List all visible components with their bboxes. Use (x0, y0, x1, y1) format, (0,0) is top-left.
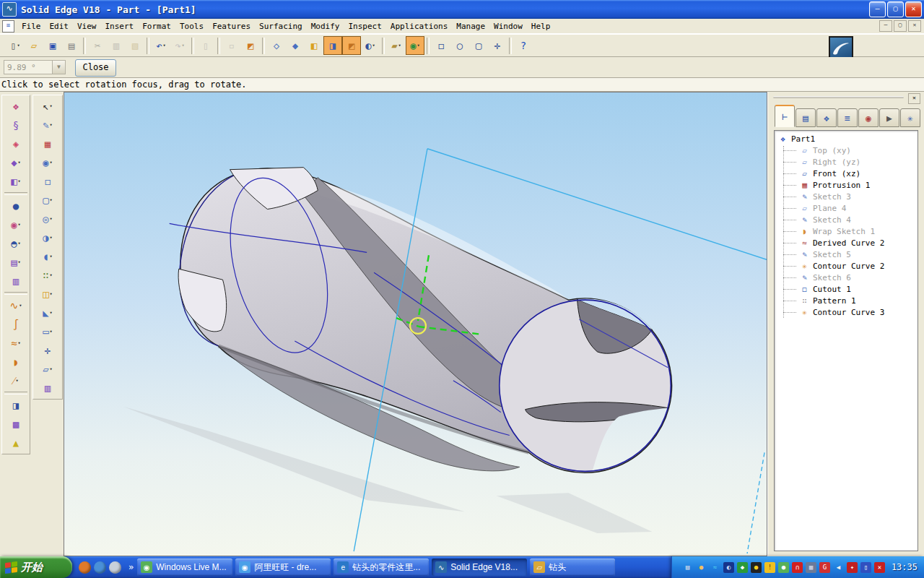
quick-launch-media-player-icon[interactable] (79, 561, 91, 574)
task-ie-drill-parts[interactable]: e钻头的零件这里... (334, 558, 429, 576)
rotation-angle-combo[interactable]: 9.89 ° ▼ (4, 60, 66, 74)
bluesurf-tool[interactable]: ❖ (2, 97, 30, 116)
menu-surfacing[interactable]: Surfacing (255, 20, 307, 33)
ribbon-close-button[interactable]: Close (75, 59, 116, 77)
draft-tool[interactable]: ◣▾ (33, 303, 62, 322)
menu-edit[interactable]: Edit (45, 20, 74, 33)
wrapped-curve-tool[interactable]: ◗ (2, 353, 30, 371)
undo-button[interactable]: ↶▾ (152, 36, 170, 55)
tree-item-contour-curve-2[interactable]: ✳Contour Curve 2 (777, 260, 918, 272)
redo-button[interactable]: ↷▾ (170, 36, 189, 55)
tab-feature-pathfinder[interactable]: ⊢ (775, 105, 795, 127)
hidden-edges-button[interactable]: ◩ (342, 36, 361, 55)
dropdown-arrow-icon[interactable]: ▾ (50, 310, 53, 316)
tree-item-sketch-4[interactable]: ✎Sketch 4 (777, 214, 918, 225)
shaded-view-button[interactable]: ◧ (305, 36, 323, 55)
zoom-area-button[interactable]: ◻ (432, 36, 450, 55)
shaded-with-edges-button[interactable]: ◨ (323, 36, 342, 55)
tab-library[interactable]: ▤ (796, 108, 816, 127)
rotate-button[interactable]: ◉▾ (406, 36, 424, 55)
task-windows-live[interactable]: ◉Windows Live M... (137, 558, 232, 576)
tree-item-top-xy[interactable]: ▱Top (xy) (777, 144, 918, 156)
minimize-button[interactable]: — (869, 1, 886, 17)
menu-help[interactable]: Help (527, 20, 555, 33)
pan-button[interactable]: ✛ (488, 36, 507, 55)
construction-display-tool[interactable]: ▥ (33, 379, 62, 397)
intersection-tool[interactable]: ◉▾ (2, 215, 30, 234)
dropdown-arrow-icon[interactable]: ▾ (417, 43, 420, 48)
pattern-tool[interactable]: ∷▾ (33, 266, 62, 285)
swept-cutout-tool[interactable]: ◑▾ (33, 228, 62, 247)
dropdown-arrow-icon[interactable]: ▾ (16, 378, 19, 384)
tray-online-contact-icon[interactable]: ● (778, 562, 789, 573)
dropdown-arrow-icon[interactable]: ▾ (50, 254, 53, 259)
dropdown-arrow-icon[interactable]: ▾ (50, 291, 53, 297)
tree-item-wrap-sketch-1[interactable]: ◗Wrap Sketch 1 (777, 225, 918, 237)
curve-on-surface-tool[interactable]: ∫ (2, 315, 30, 334)
print-button[interactable]: ▤ (62, 36, 81, 55)
revolved-protrusion-tool[interactable]: ◉▾ (33, 153, 62, 172)
tray-printer-icon[interactable]: ▤ (682, 562, 693, 573)
tree-item-protrusion-1[interactable]: ▦Protrusion 1 (777, 179, 918, 191)
dropdown-arrow-icon[interactable]: ▾ (17, 43, 20, 48)
point-tool[interactable]: ● (2, 197, 30, 215)
boolean-surface-tool[interactable]: ▲ (2, 434, 30, 452)
edgebar-drag-handle[interactable] (773, 96, 904, 98)
tree-item-sketch-3[interactable]: ✎Sketch 3 (777, 191, 918, 202)
thin-wall-tool[interactable]: ▭▾ (33, 322, 62, 341)
dropdown-arrow-icon[interactable]: ▾ (18, 340, 21, 346)
quick-launch-messenger-icon[interactable] (94, 561, 106, 574)
swept-surface-tool[interactable]: ◆▾ (2, 153, 30, 172)
dropdown-arrow-icon[interactable]: ▾ (18, 259, 21, 265)
activate-part-button[interactable]: ◩ (241, 36, 260, 55)
extruded-surface-tool[interactable]: ◧▾ (2, 172, 30, 191)
menu-manage[interactable]: Manage (452, 20, 489, 33)
tray-volume-icon[interactable]: ◀ (833, 562, 844, 573)
help-button[interactable]: ? (514, 36, 533, 55)
bounded-surface-tool[interactable]: ◈ (2, 134, 30, 153)
dropdown-arrow-icon[interactable]: ▾ (50, 160, 53, 165)
copy-button[interactable]: ▥ (107, 36, 126, 55)
round-tool[interactable]: ◖▾ (33, 247, 62, 266)
task-solid-edge[interactable]: ∿Solid Edge V18... (432, 558, 527, 576)
tray-avira-icon[interactable]: ∩ (792, 562, 803, 573)
dropdown-arrow-icon[interactable]: ▾ (163, 43, 166, 48)
start-button[interactable]: 开始 (0, 556, 72, 578)
dropdown-arrow-icon[interactable]: ▾ (50, 366, 53, 372)
sketch-tool[interactable]: ✎▾ (33, 116, 62, 134)
tab-feature-playback[interactable]: ▶ (879, 108, 899, 127)
dropdown-arrow-icon[interactable]: ▾ (18, 241, 21, 246)
tray-thunder-icon[interactable]: ✦ (847, 562, 858, 573)
tray-360-shield-icon[interactable]: ◆ (737, 562, 748, 573)
stitched-surface-tool[interactable]: ▩ (2, 415, 30, 434)
split-surface-tool[interactable]: ◨ (2, 396, 30, 415)
dropdown-arrow-icon[interactable]: ▾ (18, 178, 21, 184)
select-visible-button[interactable]: ▫ (222, 36, 241, 55)
task-aliwangwang[interactable]: ◉阿里旺旺 - dre... (235, 558, 331, 576)
dropdown-arrow-icon[interactable]: ▾ (398, 43, 401, 48)
child-close-button[interactable]: ✕ (908, 20, 921, 32)
curve-tool[interactable]: § (2, 116, 30, 134)
tree-item-sketch-6[interactable]: ✎Sketch 6 (777, 272, 918, 283)
menu-insert[interactable]: Insert (101, 20, 139, 33)
mirror-copy-tool[interactable]: ◫▾ (33, 285, 62, 303)
paste-button[interactable]: ▧ (126, 36, 144, 55)
tray-sogou-icon[interactable]: G (819, 562, 830, 573)
reference-plane-tool[interactable]: ▱▾ (33, 360, 62, 379)
restore-button[interactable]: ▢ (887, 1, 904, 17)
tab-sensors[interactable]: ◉ (858, 108, 879, 127)
tray-storm-player-icon[interactable]: ◐ (723, 562, 734, 573)
tray-security-alert-icon[interactable]: ✕ (874, 562, 885, 573)
copy-surface-tool[interactable]: ▥ (2, 272, 30, 290)
3d-viewport[interactable] (64, 92, 767, 556)
tray-sogou-pet-icon[interactable]: ● (696, 562, 707, 573)
protrusion-tool[interactable]: ▦ (33, 134, 62, 153)
dropdown-arrow-icon[interactable]: ▾ (50, 329, 53, 335)
split-curve-tool[interactable]: ⁄▾ (2, 371, 30, 390)
cut-button[interactable]: ✂ (88, 36, 107, 55)
menu-inspect[interactable]: Inspect (344, 20, 385, 33)
tray-swoosh-icon[interactable]: ≈ (710, 562, 720, 573)
ribbon-toggle-button[interactable]: ▰▾ (387, 36, 406, 55)
wireframe-view-button[interactable]: ◇ (267, 36, 286, 55)
tree-item-part1[interactable]: ❖Part1 (777, 133, 918, 144)
